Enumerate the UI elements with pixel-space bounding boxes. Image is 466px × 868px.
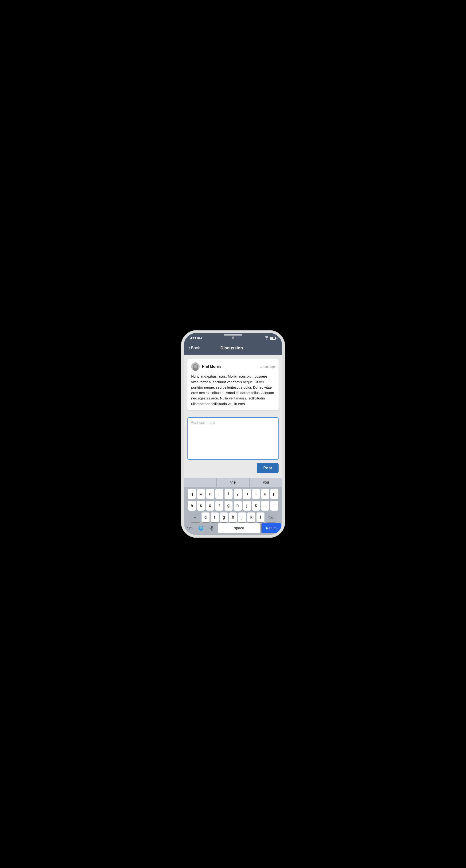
status-icons <box>264 336 276 340</box>
notch-bar <box>224 334 242 336</box>
key-k[interactable]: k <box>252 501 260 510</box>
key-e[interactable]: e <box>206 489 214 499</box>
comment-input[interactable] <box>188 417 278 460</box>
avatar <box>191 362 200 371</box>
key-q[interactable]: q <box>188 489 196 499</box>
notch-circle <box>232 337 234 339</box>
key-a[interactable]: a <box>188 501 196 510</box>
nav-bar: ‹ Back Discussion <box>184 342 282 355</box>
comment-card: Phil Morris 1 hour ago Nunc at dapibus l… <box>188 359 278 410</box>
post-comment-area: Post <box>184 417 282 478</box>
keyboard-rows: q w e r t y u i o p a s d f g <box>184 487 282 523</box>
key-l2[interactable]: l <box>257 513 264 522</box>
key-f[interactable]: f <box>215 501 223 510</box>
comment-timestamp: 1 hour ago <box>260 365 275 368</box>
globe-key[interactable]: 🌐 <box>196 523 206 533</box>
key-row-2: a s d f g h j k l ` <box>185 501 281 510</box>
numbers-key[interactable]: 123 <box>185 523 195 533</box>
autocomplete-row: I the you <box>184 478 282 487</box>
comment-author: Phil Morris <box>191 362 222 371</box>
wifi-icon <box>264 336 269 340</box>
mic-key[interactable] <box>207 523 217 533</box>
comment-body: Nunc at dapibus lacus. Morbi lacus orci,… <box>191 374 275 406</box>
status-time: 4:21 PM <box>190 337 202 340</box>
key-g2[interactable]: g <box>220 513 228 522</box>
page-title: Discussion <box>200 346 264 350</box>
key-j[interactable]: j <box>243 501 251 510</box>
key-row-1: q w e r t y u i o p <box>185 489 281 499</box>
key-j2[interactable]: j <box>238 513 246 522</box>
key-l[interactable]: l <box>261 501 269 510</box>
post-btn-row: Post <box>188 463 278 475</box>
post-button[interactable]: Post <box>257 463 278 473</box>
return-key[interactable]: Return <box>261 523 281 533</box>
key-f2[interactable]: f <box>211 513 219 522</box>
shift-key[interactable] <box>190 513 200 522</box>
key-t[interactable]: t <box>225 489 233 499</box>
back-chevron-icon: ‹ <box>188 345 190 350</box>
autocomplete-item-you[interactable]: you <box>250 478 282 487</box>
svg-rect-2 <box>211 526 212 529</box>
key-p[interactable]: p <box>270 489 278 499</box>
key-h2[interactable]: h <box>229 513 237 522</box>
keyboard-bottom-row: 123 🌐 space Return <box>184 523 282 535</box>
back-button[interactable]: ‹ Back <box>188 345 200 350</box>
comment-header: Phil Morris 1 hour ago <box>191 362 275 371</box>
key-apostrophe[interactable]: ` <box>270 501 278 510</box>
phone-inner: 4:21 PM ‹ Back Discu <box>184 333 282 535</box>
back-label: Back <box>191 346 200 350</box>
key-y[interactable]: y <box>234 489 242 499</box>
key-g[interactable]: g <box>225 501 233 510</box>
key-d2[interactable]: d <box>202 513 209 522</box>
key-r[interactable]: r <box>215 489 223 499</box>
key-s[interactable]: s <box>197 501 205 510</box>
author-name: Phil Morris <box>202 365 222 369</box>
autocomplete-item-the[interactable]: the <box>217 478 249 487</box>
notch-area <box>224 333 242 339</box>
avatar-silhouette <box>193 364 198 371</box>
key-i[interactable]: i <box>252 489 260 499</box>
backspace-key[interactable] <box>266 513 276 522</box>
key-row-3: d f g h j k l <box>185 513 281 522</box>
key-w[interactable]: w <box>197 489 205 499</box>
battery-icon <box>270 337 276 340</box>
autocomplete-item-i[interactable]: I <box>184 478 217 487</box>
phone-frame: 4:21 PM ‹ Back Discu <box>184 333 282 535</box>
keyboard: I the you q w e r t y u i o p <box>184 478 282 535</box>
space-key[interactable]: space <box>218 523 260 533</box>
status-bar: 4:21 PM <box>184 333 282 342</box>
key-u[interactable]: u <box>243 489 251 499</box>
key-h[interactable]: h <box>234 501 242 510</box>
key-d[interactable]: d <box>206 501 214 510</box>
key-o[interactable]: o <box>261 489 269 499</box>
content-area: Phil Morris 1 hour ago Nunc at dapibus l… <box>184 355 282 417</box>
key-k2[interactable]: k <box>247 513 255 522</box>
